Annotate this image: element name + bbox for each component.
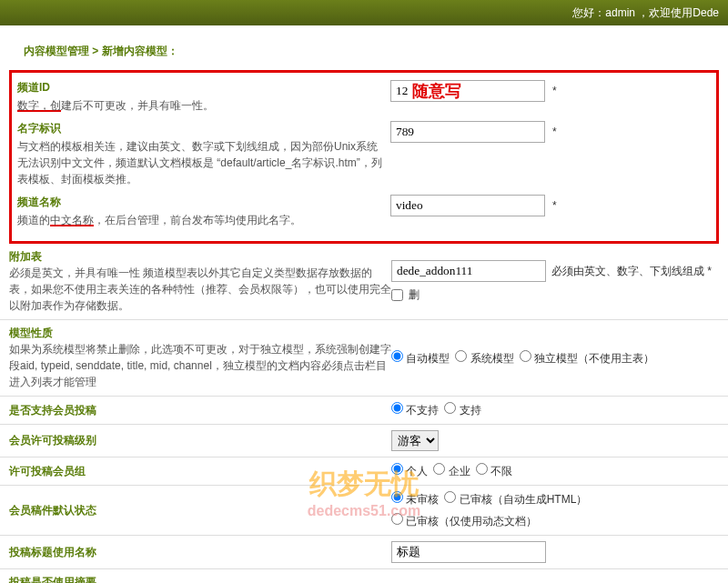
usesum-title: 投稿是否使用摘要 bbox=[9, 575, 391, 583]
breadcrumb: 内容模型管理 > 新增内容模型： bbox=[9, 36, 719, 66]
status-radio-2[interactable]: 已审核（仅使用动态文档） bbox=[391, 513, 537, 529]
status-radio-1[interactable]: 已审核（自动生成HTML） bbox=[444, 491, 587, 508]
hint-label: 随意写 bbox=[412, 80, 461, 102]
name-tag-input[interactable] bbox=[390, 121, 545, 143]
welcome-text: 您好：admin ，欢迎使用Dede bbox=[572, 6, 719, 19]
addon-title: 附加表 bbox=[9, 249, 391, 265]
status-radio-0[interactable]: 未审核 bbox=[391, 491, 439, 508]
modtype-radio-0[interactable]: 自动模型 bbox=[391, 350, 450, 367]
titlename-title: 投稿标题使用名称 bbox=[9, 545, 391, 560]
highlight-box: 随意写 频道ID 数字，创建后不可更改，并具有唯一性。 * 名字标识 与文档的模… bbox=[9, 70, 719, 244]
row-usesum: 投稿是否使用摘要如果不使用主表（独立模型），缩略图设置同。 使用 不使用 bbox=[0, 569, 728, 583]
group-title: 许可投稿会员组 bbox=[9, 464, 391, 479]
member-radio-1[interactable]: 支持 bbox=[444, 402, 480, 418]
channel-name-input[interactable] bbox=[390, 195, 545, 216]
channel-name-title: 频道名称 bbox=[17, 195, 383, 210]
modtype-radio-1[interactable]: 系统模型 bbox=[455, 350, 513, 367]
row-titlename: 投稿标题使用名称 bbox=[0, 536, 728, 569]
addon-desc: 必须是英文，并具有唯一性 频道模型表以外其它自定义类型数据存放数据的表，如果您不… bbox=[9, 265, 391, 314]
group-radio-1[interactable]: 企业 bbox=[433, 463, 470, 479]
name-tag-desc: 与文档的模板相关连，建议由英文、数字或下划线组成，因为部份Unix系统无法识别中… bbox=[17, 140, 382, 186]
name-tag-title: 名字标识 bbox=[17, 121, 383, 136]
row-modtype: 模型性质如果为系统模型将禁止删除，此选项不可更改，对于独立模型，系统强制创建字段… bbox=[0, 320, 728, 397]
row-rank: 会员许可投稿级别游客 bbox=[0, 425, 728, 457]
row-addon: 附加表必须是英文，并具有唯一性 频道模型表以外其它自定义类型数据存放数据的表，如… bbox=[0, 244, 728, 320]
addon-input[interactable] bbox=[391, 260, 546, 282]
row-member: 是否支持会员投稿 不支持 支持 bbox=[0, 397, 728, 425]
rank-title: 会员许可投稿级别 bbox=[9, 433, 391, 448]
addon-del-check[interactable] bbox=[391, 289, 403, 301]
modtype-radio-2[interactable]: 独立模型（不使用主表） bbox=[520, 350, 654, 367]
top-bar: 您好：admin ，欢迎使用Dede bbox=[0, 0, 728, 25]
member-radio-0[interactable]: 不支持 bbox=[391, 402, 439, 418]
titlename-input[interactable] bbox=[391, 541, 546, 563]
status-title: 会员稿件默认状态 bbox=[9, 503, 391, 518]
group-radio-0[interactable]: 个人 bbox=[391, 463, 428, 479]
channel-id-title: 频道ID bbox=[17, 80, 383, 95]
modtype-title: 模型性质 bbox=[9, 326, 391, 341]
modtype-desc: 如果为系统模型将禁止删除，此选项不可更改，对于独立模型，系统强制创建字段aid,… bbox=[9, 341, 391, 390]
group-radio-2[interactable]: 不限 bbox=[476, 463, 512, 479]
channel-id-desc: 数字，创建后不可更改，并具有唯一性。 bbox=[17, 99, 214, 112]
channel-name-desc: 频道的中文名称，在后台管理，前台发布等均使用此名字。 bbox=[17, 214, 301, 226]
row-status: 会员稿件默认状态 未审核 已审核（自动生成HTML） 已审核（仅使用动态文档） bbox=[0, 486, 728, 536]
member-title: 是否支持会员投稿 bbox=[9, 403, 391, 418]
row-group: 许可投稿会员组 个人 企业 不限 bbox=[0, 457, 728, 486]
rank-select[interactable]: 游客 bbox=[391, 430, 439, 451]
